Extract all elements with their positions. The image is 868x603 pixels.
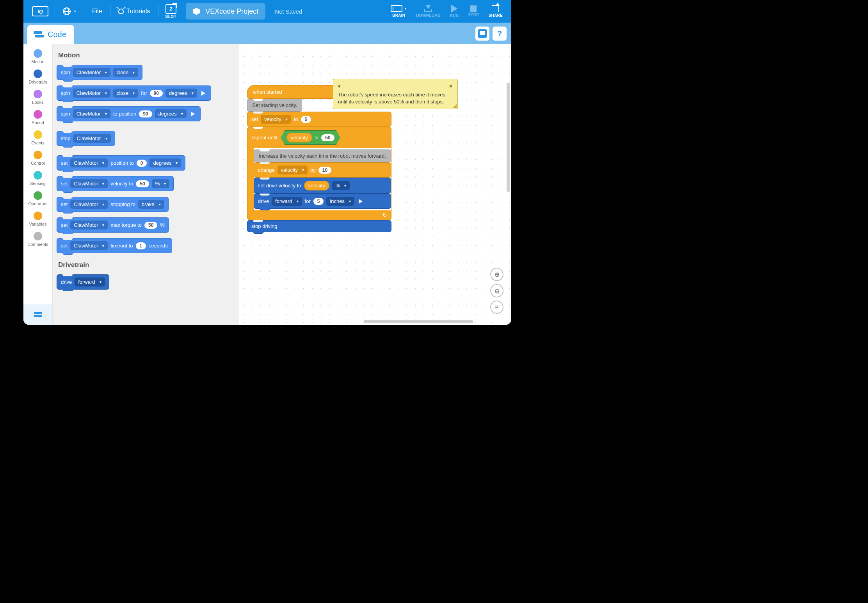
category-sound[interactable]: Sound [23,108,52,127]
section-motion: Motion [58,52,235,59]
condition-slot[interactable]: velocity > 50 [281,130,340,145]
number-input[interactable]: 0 [137,160,147,167]
project-name[interactable]: VEXcode Project [186,3,265,20]
loop-arrow-icon: ↻ [382,212,387,218]
code-tab[interactable]: Code [27,25,74,44]
number-input[interactable]: 50 [136,180,149,187]
motor-dropdown[interactable]: ClawMotor [73,68,110,77]
block-drive[interactable]: drive forward [57,274,109,290]
dot-icon [34,171,42,180]
stop-button[interactable]: STOP [464,5,483,17]
block-stop-driving[interactable]: stop driving [247,220,391,232]
brain-button[interactable]: ▾ BRAIN [387,5,411,18]
block-spin[interactable]: spin ClawMotor close [57,65,142,80]
category-motion[interactable]: Motion [23,47,52,66]
motor-dropdown[interactable]: ClawMotor [73,109,110,118]
block-drive-for[interactable]: drive forward for 5 inches [254,194,391,209]
vertical-scrollbar[interactable] [507,83,510,192]
category-control[interactable]: Control [23,148,52,168]
block-repeat-until[interactable]: repeat until velocity > 50 Increase the … [247,127,391,220]
category-events[interactable]: Events [23,128,52,148]
motor-dropdown[interactable]: ClawMotor [70,200,108,209]
unit-dropdown[interactable]: % [152,179,170,188]
direction-dropdown[interactable]: close [113,68,138,77]
horizontal-scrollbar[interactable] [364,320,473,323]
block-set-timeout[interactable]: set ClawMotor timeout to 1 seconds [57,238,172,253]
zoom-reset-button[interactable]: = [490,301,503,314]
slot-selector[interactable]: 2 SLOT [161,4,181,19]
resize-handle[interactable] [453,104,457,108]
category-looks[interactable]: Looks [23,87,52,107]
share-button[interactable]: SHARE [484,5,507,18]
unit-dropdown[interactable]: inches [326,197,354,206]
comment-note[interactable]: ▾ ✕ The robot's speed increases each tim… [333,79,458,109]
number-input[interactable]: 1 [136,242,146,249]
run-label: RUN [450,14,459,18]
mode-dropdown[interactable]: brake [138,200,164,209]
block-set-variable[interactable]: set velocity to 5 [247,112,391,127]
block-spin-for[interactable]: spin ClawMotor close for 90 degrees [57,85,211,101]
help-button[interactable]: ? [493,27,507,41]
switch-view-button[interactable] [23,304,52,325]
tutorials-label: Tutorials [126,8,150,15]
number-input[interactable]: 90 [139,110,152,117]
unit-dropdown[interactable]: degrees [165,89,197,98]
tutorials-button[interactable]: Tutorials [113,0,156,23]
direction-dropdown[interactable]: forward [75,277,105,286]
block-spin-to-position[interactable]: spin ClawMotor to position 90 degrees [57,106,201,121]
dot-icon [34,90,42,98]
block-set-velocity[interactable]: set ClawMotor velocity to 50 % [57,176,174,191]
category-sensing[interactable]: Sensing [23,169,52,188]
number-input[interactable]: 90 [150,90,163,97]
block-stop-motor[interactable]: stop ClawMotor [57,131,115,146]
number-input[interactable]: 50 [144,222,157,229]
block-set-torque[interactable]: set ClawMotor max torque to 50 % [57,217,169,233]
category-rail: Motion Drivetrain Looks Sound Events Con… [23,44,53,325]
unit-dropdown[interactable]: % [332,181,350,190]
note-close-button[interactable]: ✕ [449,83,453,89]
motor-dropdown[interactable]: ClawMotor [73,134,111,143]
unit-dropdown[interactable]: degrees [149,158,181,167]
workspace-canvas[interactable]: when started Set starting velocity. set … [239,44,511,325]
block-palette[interactable]: Motion spin ClawMotor close spin ClawMot… [53,44,239,325]
devices-button[interactable] [475,27,489,41]
unit-dropdown[interactable]: degrees [155,109,187,118]
direction-dropdown[interactable]: forward [272,197,302,206]
language-button[interactable]: ▾ [57,0,82,23]
comment-block[interactable]: Set starting velocity. [247,99,302,112]
number-input[interactable]: 50 [321,134,334,141]
direction-dropdown[interactable]: close [113,89,138,98]
variable-reporter[interactable]: velocity [304,181,329,190]
zoom-out-button[interactable]: ⊖ [490,284,503,297]
motor-dropdown[interactable]: ClawMotor [70,241,108,250]
download-button[interactable]: DOWNLOAD [412,5,444,18]
category-drivetrain[interactable]: Drivetrain [23,67,52,87]
number-input[interactable]: 5 [313,198,324,205]
note-collapse-button[interactable]: ▾ [338,83,340,89]
block-set-drive-velocity[interactable]: set drive velocity to velocity % [254,178,391,194]
block-change-variable[interactable]: change velocity by 10 [254,162,391,178]
category-comments[interactable]: Comments [23,229,52,249]
motor-dropdown[interactable]: ClawMotor [70,221,108,229]
code-tab-label: Code [48,30,66,39]
comment-block[interactable]: Increase the velocity each time the robo… [254,149,391,162]
number-input[interactable]: 5 [301,116,311,123]
zoom-controls: ⊕ ⊖ = [490,268,503,314]
category-operators[interactable]: Operators [23,189,52,208]
dot-icon [34,212,42,220]
variable-dropdown[interactable]: velocity [261,115,291,124]
play-icon [359,199,363,204]
block-set-stopping[interactable]: set ClawMotor stopping to brake [57,197,169,212]
file-menu[interactable]: File [87,0,108,23]
variable-dropdown[interactable]: velocity [277,165,308,174]
variable-reporter[interactable]: velocity [286,133,312,142]
category-variables[interactable]: Variables [23,209,52,229]
block-set-position[interactable]: set ClawMotor position to 0 degrees [57,155,185,171]
number-input[interactable]: 10 [318,167,331,174]
motor-dropdown[interactable]: ClawMotor [70,179,108,188]
zoom-in-button[interactable]: ⊕ [490,268,503,281]
logo-iq[interactable]: IQ [32,6,48,16]
motor-dropdown[interactable]: ClawMotor [70,158,108,167]
run-button[interactable]: RUN [446,5,463,18]
motor-dropdown[interactable]: ClawMotor [73,89,110,98]
